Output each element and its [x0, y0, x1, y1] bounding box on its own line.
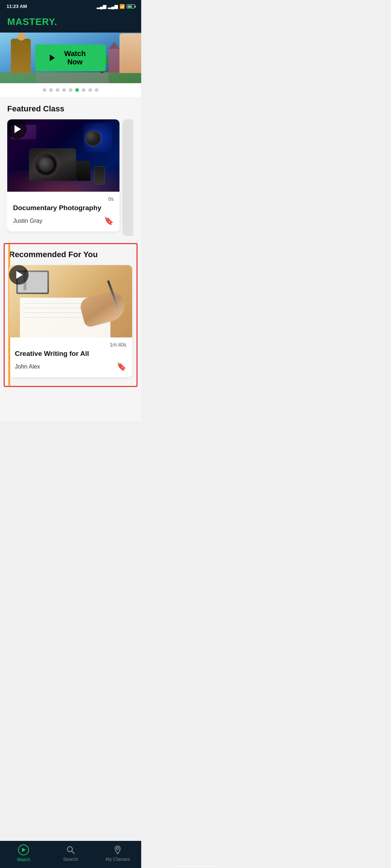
- featured-card-thumbnail: [7, 119, 119, 192]
- battery-icon: [127, 4, 135, 8]
- play-icon: [50, 55, 55, 61]
- recommended-card-title: Creative Writing for All: [15, 350, 126, 358]
- status-bar: 11:23 AM ▂▄▆ ▂▄▆ 📶: [0, 0, 141, 12]
- carousel-dot-1[interactable]: [43, 88, 46, 92]
- recommended-card-duration: 1m:40s: [15, 342, 126, 348]
- logo-text: MASTERY: [7, 16, 54, 27]
- carousel-dot-5[interactable]: [69, 88, 72, 92]
- carousel-dot-2[interactable]: [49, 88, 53, 92]
- recommended-card-thumbnail: [9, 265, 132, 337]
- featured-card-author: Justin Gray: [13, 218, 42, 224]
- recommended-play-button[interactable]: [9, 265, 29, 285]
- carousel-dot-9[interactable]: [95, 88, 98, 92]
- recommended-section: Recommended For You: [4, 243, 138, 387]
- header: MASTERY.: [0, 12, 141, 33]
- wifi-icon: 📶: [119, 4, 125, 9]
- status-icons: ▂▄▆ ▂▄▆ 📶: [97, 4, 135, 9]
- watch-now-label: Watch Now: [59, 50, 92, 66]
- featured-card-duration: 0s: [13, 196, 114, 202]
- recommended-card-info: 1m:40s Creative Writing for All John Ale…: [9, 337, 132, 377]
- featured-card-info: 0s Documentary Photography Justin Gray 🔖: [7, 192, 119, 231]
- carousel-dot-7[interactable]: [82, 88, 85, 92]
- carousel-dot-4[interactable]: [62, 88, 66, 92]
- play-icon: [14, 125, 21, 133]
- signal-icon-2: ▂▄▆: [108, 4, 118, 9]
- next-card-peek: [122, 119, 133, 236]
- hero-carousel[interactable]: Watch Now: [0, 33, 141, 83]
- carousel-dot-6[interactable]: [75, 88, 79, 92]
- bookmark-icon[interactable]: 🔖: [104, 216, 114, 226]
- carousel-dot-8[interactable]: [88, 88, 92, 92]
- main-content: Featured Class: [0, 97, 141, 422]
- featured-card-title: Documentary Photography: [13, 204, 114, 212]
- recommended-bookmark-icon[interactable]: 🔖: [117, 362, 126, 371]
- carousel-dot-3[interactable]: [56, 88, 59, 92]
- featured-card[interactable]: 0s Documentary Photography Justin Gray 🔖: [7, 119, 119, 231]
- featured-section: Featured Class: [0, 97, 141, 239]
- app-logo: MASTERY.: [7, 16, 134, 27]
- featured-card-author-row: Justin Gray 🔖: [13, 216, 114, 226]
- recommended-card-author: John Alex: [15, 363, 40, 370]
- watch-now-button[interactable]: Watch Now: [35, 44, 106, 71]
- recommended-section-title: Recommended For You: [9, 250, 132, 259]
- featured-section-title: Featured Class: [7, 104, 134, 114]
- signal-icon: ▂▄▆: [97, 4, 106, 9]
- logo-dot: .: [54, 16, 57, 27]
- status-time: 11:23 AM: [7, 4, 27, 9]
- play-button-overlay[interactable]: [7, 119, 27, 139]
- recommended-card-author-row: John Alex 🔖: [15, 362, 126, 371]
- carousel-dots: [0, 83, 141, 97]
- recommended-card[interactable]: 1m:40s Creative Writing for All John Ale…: [9, 265, 132, 377]
- play-icon-recommended: [16, 271, 23, 279]
